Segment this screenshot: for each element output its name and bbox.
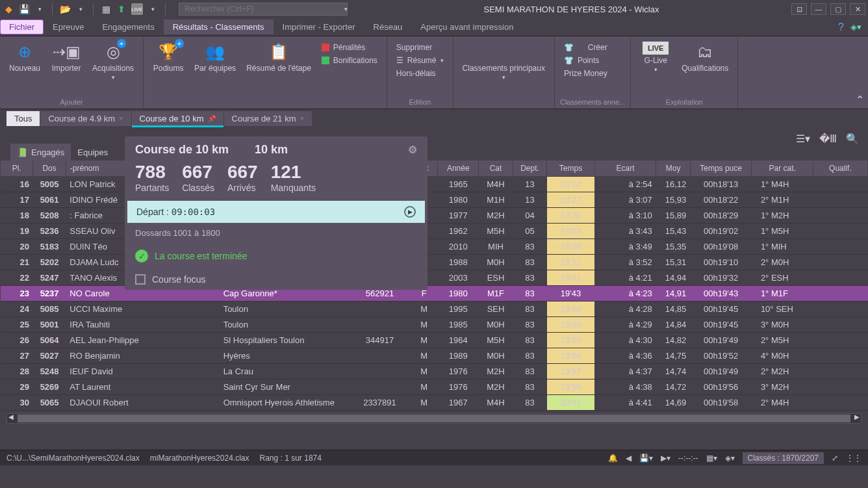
window-button[interactable]: ⊡ bbox=[791, 3, 807, 15]
tab-course-10[interactable]: Course de 10 km📌 bbox=[132, 111, 224, 126]
expand-status-icon[interactable]: ⤢ bbox=[832, 454, 838, 463]
diamond-icon[interactable]: ◈▾ bbox=[850, 22, 862, 32]
pin-icon[interactable]: 📌 bbox=[208, 115, 216, 122]
ribbon-glive[interactable]: LIVE G-Live ▾ bbox=[636, 39, 675, 97]
col-par-cat[interactable]: Par cat. bbox=[752, 161, 813, 177]
acquisitions-icon: ◎+ bbox=[103, 42, 123, 62]
dots-status-icon[interactable]: ⋮⋮ bbox=[846, 454, 862, 463]
col-annee[interactable]: Année bbox=[438, 161, 479, 177]
ribbon-nouveau[interactable]: ⊕ Nouveau bbox=[5, 39, 44, 97]
ribbon-label: Classements principaux bbox=[463, 64, 545, 73]
menu-engagements[interactable]: Engagements bbox=[93, 19, 163, 34]
dropdown-icon[interactable]: ▾ bbox=[340, 3, 351, 15]
ribbon-prize-money[interactable]: Prize Money bbox=[560, 68, 611, 79]
menu-apercu[interactable]: Aperçu avant impression bbox=[411, 19, 522, 34]
close-button[interactable]: ✕ bbox=[850, 3, 865, 15]
menu-resultats[interactable]: Résultats - Classements bbox=[164, 19, 274, 34]
save-icon[interactable]: 💾 bbox=[18, 3, 30, 15]
red-square-icon bbox=[322, 44, 329, 51]
qualifications-icon: 🗂 bbox=[695, 42, 715, 62]
close-icon[interactable]: × bbox=[300, 114, 304, 122]
columns-icon[interactable]: �Ⅲ bbox=[819, 133, 837, 145]
book-icon: 📗 bbox=[17, 148, 27, 157]
ribbon-resume-etape[interactable]: 📋 Résumé de l'étape bbox=[242, 39, 315, 105]
table-row[interactable]: 245085UCCI MaximeToulonM1995SEH8319'48à … bbox=[1, 302, 868, 317]
gear-icon[interactable]: ⚙ bbox=[408, 144, 417, 156]
checkbox-icon[interactable] bbox=[135, 274, 146, 285]
menu-imprimer[interactable]: Imprimer - Exporter bbox=[274, 19, 364, 34]
search-icon[interactable]: 🔍 bbox=[846, 133, 859, 145]
pin-icon[interactable]: × bbox=[119, 114, 123, 122]
teams-icon: 👥 bbox=[205, 42, 225, 62]
ribbon-par-equipes[interactable]: 👥 Par équipes bbox=[190, 39, 240, 105]
ribbon-importer[interactable]: ⇢▣ Importer bbox=[47, 39, 86, 97]
ribbon-acquisitions[interactable]: ◎+ Acquisitions ▾ bbox=[88, 39, 138, 97]
app-icon[interactable]: ◆ bbox=[3, 3, 14, 15]
col-ecart[interactable]: Ecart bbox=[594, 161, 656, 177]
table-row[interactable]: 255001IRA TauhitiToulonM1985M0H8319'49à … bbox=[1, 317, 868, 333]
tab-course-49[interactable]: Course de 4.9 km× bbox=[40, 111, 131, 126]
help-icon[interactable]: ? bbox=[838, 21, 844, 33]
ribbon-penalites[interactable]: Pénalités bbox=[318, 42, 381, 53]
course-focus-row[interactable]: Course focus bbox=[125, 269, 428, 290]
save-status-icon[interactable]: 💾▾ bbox=[639, 454, 653, 463]
col-temps[interactable]: Temps bbox=[547, 161, 595, 177]
live-badge-icon[interactable]: LIVE bbox=[131, 3, 143, 15]
horizontal-scrollbar[interactable]: ◀ ▶ bbox=[6, 413, 862, 424]
minimize-button[interactable]: — bbox=[811, 3, 826, 15]
menu-reseau[interactable]: Réseau bbox=[364, 19, 412, 34]
menu-fichier[interactable]: Fichier bbox=[0, 19, 44, 34]
race-title: Course de 10 km bbox=[135, 143, 229, 157]
dropdown-icon[interactable]: ▾ bbox=[34, 3, 45, 15]
titlebar: ◆ 💾 ▾ 📂 ▾ ▦ ⬆ LIVE ▾ ▾ SEMI MARATHON DE … bbox=[0, 0, 868, 18]
tab-course-21[interactable]: Course de 21 km× bbox=[224, 111, 313, 126]
table-row[interactable]: 305065DJAOUI RobertOmnisport Hyerois Ath… bbox=[1, 395, 868, 411]
sectab-engages[interactable]: 📗Engagés bbox=[10, 144, 71, 161]
dropdown-icon[interactable]: ▾ bbox=[147, 3, 159, 15]
ribbon-label: Podiums bbox=[153, 64, 184, 73]
col-qualif[interactable]: Qualif. bbox=[813, 161, 867, 177]
table-row[interactable]: 295269AT LaurentSaint Cyr Sur MerM1976M2… bbox=[1, 379, 868, 395]
grid-status-icon[interactable]: ▦▾ bbox=[706, 454, 717, 463]
table-row[interactable]: 275027RO BenjaminHyèresM1989M0H8319'56à … bbox=[1, 348, 868, 364]
filter-icon[interactable]: ☰▾ bbox=[796, 133, 810, 145]
scrollbar-thumb[interactable] bbox=[18, 415, 850, 422]
col-dept[interactable]: Dept. bbox=[513, 161, 547, 177]
ribbon-hors-delais[interactable]: Hors-délais bbox=[392, 68, 448, 79]
status-path2: miMarathonHyeres2024.clax bbox=[150, 454, 249, 463]
col-cat[interactable]: Cat bbox=[479, 161, 513, 177]
bell-icon[interactable]: 🔔 bbox=[608, 454, 618, 463]
ribbon-podiums[interactable]: 🏆+ Podiums bbox=[149, 39, 188, 105]
race-info-panel: Course de 10 km 10 km ⚙ 788Partants 667C… bbox=[125, 136, 428, 290]
cloud-upload-icon[interactable]: ⬆ bbox=[116, 3, 127, 15]
folder-open-icon[interactable]: 📂 bbox=[59, 3, 71, 15]
search-input[interactable] bbox=[179, 3, 348, 16]
chevron-left-icon[interactable]: ◀ bbox=[626, 454, 632, 463]
depart-row[interactable]: Départ : 09:00:03 ▶ bbox=[127, 201, 425, 223]
ribbon-classements-principaux[interactable]: Classements principaux ▾ bbox=[459, 39, 549, 105]
layers-status-icon[interactable]: ◈▾ bbox=[725, 454, 735, 463]
ribbon-qualifications[interactable]: 🗂 Qualifications bbox=[678, 39, 732, 97]
maximize-button[interactable]: ▢ bbox=[830, 3, 846, 15]
tshirt-green-icon: 👕 bbox=[564, 56, 574, 65]
ribbon-label: Nouveau bbox=[9, 64, 40, 73]
sectab-equipes[interactable]: Equipes bbox=[71, 144, 114, 161]
table-row[interactable]: 285248IEUF DavidLa CrauM1976M2H8319'57à … bbox=[1, 364, 868, 379]
flag-icon[interactable]: ▶▾ bbox=[661, 454, 670, 463]
grid-icon[interactable]: ▦ bbox=[100, 3, 112, 15]
play-circle-icon[interactable]: ▶ bbox=[404, 206, 416, 218]
ribbon-points[interactable]: 👕Points bbox=[560, 55, 611, 66]
col-temps-puce[interactable]: Temps puce bbox=[690, 161, 752, 177]
ribbon-collapse-icon[interactable]: ⌃ bbox=[856, 94, 864, 106]
table-row[interactable]: 265064AEL Jean-PhilippeSl Hospitaliers T… bbox=[1, 333, 868, 348]
ribbon-group-edition: Edition bbox=[392, 97, 448, 106]
menu-epreuve[interactable]: Epreuve bbox=[44, 19, 93, 34]
tab-tous[interactable]: Tous bbox=[6, 111, 40, 126]
ribbon-label: Qualifications bbox=[682, 64, 728, 73]
col-moy[interactable]: Moy bbox=[656, 161, 691, 177]
ribbon-resume[interactable]: ☰Résumé▾ bbox=[392, 55, 448, 66]
dropdown-icon[interactable]: ▾ bbox=[75, 3, 86, 15]
ribbon-creer[interactable]: 👕Créer bbox=[560, 42, 611, 53]
course-tabs: Tous Course de 4.9 km× Course de 10 km📌 … bbox=[0, 109, 868, 127]
ribbon-bonifications[interactable]: Bonifications bbox=[318, 55, 381, 66]
